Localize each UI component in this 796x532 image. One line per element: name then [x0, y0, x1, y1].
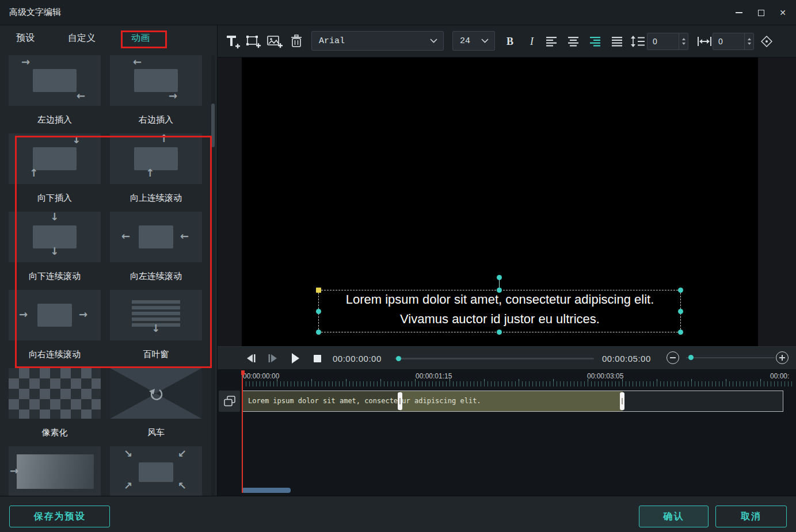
resize-handle-bottom-left[interactable] — [316, 330, 321, 335]
stepper-up-icon — [748, 38, 751, 40]
apply-style-button[interactable] — [760, 35, 774, 48]
text-selection-box[interactable] — [318, 290, 681, 332]
preset-cell-insert-right[interactable]: 右边插入 — [110, 55, 202, 133]
play-button[interactable] — [290, 353, 300, 363]
resize-handle-top-center[interactable] — [497, 288, 502, 293]
minus-icon — [670, 357, 676, 358]
close-button[interactable] — [775, 5, 790, 20]
minimize-button[interactable] — [732, 5, 747, 20]
zoom-in-button[interactable] — [776, 351, 789, 364]
clip-right-trim-handle[interactable] — [620, 392, 624, 410]
arrow-southeast-icon — [124, 449, 132, 459]
text-track-header[interactable] — [219, 391, 240, 412]
timeline: 00:00:00:00 00:00:01:15 00:00:03:05 00:0… — [218, 369, 796, 496]
preset-cell-insert-left[interactable]: 左边插入 — [9, 55, 101, 133]
bold-button[interactable]: B — [502, 33, 518, 50]
align-justify-button[interactable] — [610, 35, 624, 48]
timeline-scrollbar-thumb[interactable] — [242, 488, 291, 493]
preset-cell-scroll-right[interactable]: 向右连续滚动 — [9, 290, 101, 368]
diamond-icon — [761, 36, 772, 47]
delete-button[interactable] — [289, 33, 304, 50]
letter-spacing-button[interactable] — [696, 35, 713, 48]
clip-left-trim-handle[interactable] — [398, 392, 402, 410]
advanced-text-edit-window: 高级文字编辑 预设 自定义 动画 左边插入 — [0, 0, 796, 532]
preset-thumbnail — [110, 446, 202, 496]
stepper-down-icon — [682, 43, 685, 45]
cancel-button[interactable]: 取消 — [715, 506, 787, 527]
arrow-up-icon — [29, 168, 38, 178]
playback-slider-track[interactable] — [395, 358, 594, 359]
align-center-button[interactable] — [566, 35, 580, 48]
line-spacing-button[interactable] — [630, 35, 646, 48]
align-left-button[interactable] — [544, 35, 558, 48]
maximize-button[interactable] — [753, 5, 768, 20]
add-text-button[interactable] — [224, 33, 241, 50]
confirm-button[interactable]: 确认 — [639, 506, 709, 527]
save-as-preset-button[interactable]: 保存为预设 — [9, 506, 110, 527]
previous-frame-button[interactable] — [245, 354, 257, 363]
preset-cell-insert-down[interactable]: 向下插入 — [9, 133, 101, 212]
gradient-shape — [17, 454, 94, 489]
add-textbox-button[interactable] — [245, 33, 261, 50]
tab-preset[interactable]: 预设 — [16, 32, 35, 44]
font-size-select[interactable]: 24 — [452, 31, 495, 51]
animation-preset-grid: 左边插入 右边插入 向下插入 — [9, 55, 203, 496]
tab-custom[interactable]: 自定义 — [68, 32, 96, 44]
preset-thumbnail — [9, 290, 101, 340]
text-toolbar: Arial 24 B I — [218, 25, 796, 58]
playback-slider-knob[interactable] — [396, 356, 401, 361]
resize-handle-bottom-right[interactable] — [678, 330, 683, 335]
zoom-slider-track[interactable] — [686, 357, 775, 358]
preset-label: 左边插入 — [9, 106, 101, 133]
preset-label: 向右连续滚动 — [9, 340, 101, 368]
preset-thumbnail — [110, 212, 202, 262]
zoom-out-button[interactable] — [666, 351, 679, 364]
line-spacing-input[interactable]: 0 — [647, 33, 688, 50]
preset-cell-pinwheel[interactable]: 风车 — [110, 368, 202, 446]
stop-button[interactable] — [313, 354, 321, 362]
line-spacing-stepper[interactable] — [679, 33, 688, 49]
next-frame-button[interactable] — [267, 354, 279, 363]
font-family-select[interactable]: Arial — [311, 31, 444, 51]
preset-cell-clipped-2[interactable] — [110, 446, 202, 496]
tab-animation[interactable]: 动画 — [131, 32, 150, 44]
text-clip[interactable]: Lorem ipsum dolor sit amet, consectetur … — [242, 391, 783, 412]
preset-cell-scroll-down[interactable]: 向下连续滚动 — [9, 212, 101, 290]
textbox-frame-icon — [246, 34, 261, 49]
ruler-minor-ticks[interactable] — [242, 381, 795, 386]
preset-cell-clipped-1[interactable] — [9, 446, 101, 496]
zoom-slider-knob[interactable] — [688, 355, 694, 360]
align-right-button[interactable] — [588, 35, 602, 48]
font-size-value: 24 — [460, 36, 470, 46]
arrow-down-icon — [72, 135, 81, 145]
footer-bar: 保存为预设 确认 取消 — [0, 496, 796, 532]
total-duration: 00:00:05:00 — [602, 354, 651, 363]
window-title: 高级文字编辑 — [9, 7, 61, 18]
preset-cell-scroll-up[interactable]: 向上连续滚动 — [110, 133, 202, 212]
resize-handle-mid-left[interactable] — [316, 309, 321, 314]
text-block-shape — [37, 304, 72, 327]
preset-cell-scroll-left[interactable]: 向左连续滚动 — [110, 212, 202, 290]
italic-button[interactable]: I — [524, 33, 540, 50]
resize-handle-top-right[interactable] — [678, 288, 683, 293]
arrow-left-icon — [180, 231, 189, 242]
letter-spacing-stepper[interactable] — [744, 33, 753, 49]
preset-thumbnail — [9, 55, 101, 106]
resize-handle-mid-right[interactable] — [678, 309, 683, 314]
resize-handle-top-left[interactable] — [316, 288, 321, 293]
plus-icon — [779, 355, 785, 361]
resize-handle-bottom-center[interactable] — [497, 330, 502, 335]
titlebar: 高级文字编辑 — [0, 0, 796, 25]
playhead[interactable] — [242, 370, 243, 493]
preset-label: 风车 — [110, 419, 202, 446]
preview-area: Lorem ipsum dolor sit amet, consectetur … — [218, 58, 796, 346]
arrow-down-icon — [151, 323, 160, 334]
letter-spacing-input[interactable]: 0 — [713, 33, 754, 50]
rotation-handle[interactable] — [497, 275, 502, 280]
preset-cell-blinds[interactable]: 百叶窗 — [110, 290, 202, 368]
maximize-icon — [758, 10, 764, 16]
preset-cell-pixelate[interactable]: 像素化 — [9, 368, 101, 446]
add-image-button[interactable] — [266, 33, 283, 50]
panel-scrollbar-thumb[interactable] — [211, 104, 215, 147]
align-justify-icon — [612, 37, 623, 47]
